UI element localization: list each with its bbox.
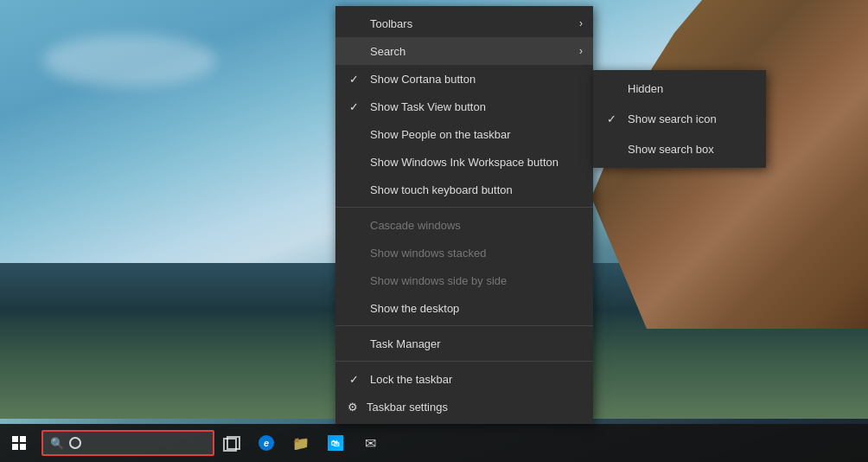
mail-icon: ✉ — [365, 435, 376, 452]
ink-label: Show Windows Ink Workspace button — [370, 156, 558, 169]
task-manager-label: Task Manager — [370, 337, 441, 350]
people-label: Show People on the taskbar — [370, 128, 511, 141]
show-search-box-label: Show search box — [628, 143, 714, 156]
divider-2 — [335, 325, 593, 326]
show-desktop-label: Show the desktop — [370, 302, 459, 315]
taskbar: 🔍 e 📁 🛍 ✉ — [0, 424, 868, 462]
menu-item-ink[interactable]: Show Windows Ink Workspace button — [335, 148, 593, 176]
mail-button[interactable]: ✉ — [353, 424, 387, 462]
menu-item-cascade: Cascade windows — [335, 211, 593, 239]
sky-cloud — [43, 35, 216, 87]
menu-item-task-manager[interactable]: Task Manager — [335, 330, 593, 357]
submenu-item-hidden[interactable]: Hidden — [593, 74, 766, 104]
side-by-side-label: Show windows side by side — [370, 274, 507, 287]
divider-3 — [335, 361, 593, 362]
search-magnifier-icon: 🔍 — [50, 437, 64, 450]
task-view-icon — [223, 436, 240, 450]
menu-item-stacked: Show windows stacked — [335, 239, 593, 266]
submenu-item-show-search-icon[interactable]: ✓ Show search icon — [593, 104, 766, 134]
menu-item-touch-keyboard[interactable]: Show touch keyboard button — [335, 176, 593, 203]
edge-app-button[interactable]: e — [249, 424, 284, 462]
start-button[interactable] — [0, 424, 38, 462]
stacked-label: Show windows stacked — [370, 247, 486, 260]
task-view-label: Show Task View button — [370, 100, 486, 113]
gear-icon: ⚙ — [348, 401, 358, 414]
store-button[interactable]: 🛍 — [318, 424, 353, 462]
cortana-label: Show Cortana button — [370, 73, 475, 86]
task-view-check: ✓ — [349, 100, 359, 113]
windows-logo-icon — [12, 436, 26, 450]
folder-icon: 📁 — [292, 435, 310, 452]
lock-taskbar-check: ✓ — [349, 373, 359, 386]
cascade-label: Cascade windows — [370, 219, 461, 232]
menu-item-people[interactable]: Show People on the taskbar — [335, 120, 593, 148]
store-icon: 🛍 — [328, 435, 343, 451]
cortana-check: ✓ — [349, 73, 359, 86]
edge-icon: e — [258, 435, 274, 451]
menu-item-taskbar-settings[interactable]: ⚙ Taskbar settings — [335, 393, 593, 420]
divider-1 — [335, 207, 593, 208]
toolbars-arrow-icon: › — [579, 17, 583, 29]
menu-item-toolbars[interactable]: Toolbars › — [335, 10, 593, 37]
search-arrow-icon: › — [579, 45, 583, 57]
lock-taskbar-label: Lock the taskbar — [370, 373, 452, 386]
menu-item-cortana[interactable]: ✓ Show Cortana button — [335, 65, 593, 93]
file-explorer-button[interactable]: 📁 — [284, 424, 318, 462]
search-icon-check: ✓ — [607, 112, 616, 125]
taskbar-apps: e 📁 🛍 ✉ — [249, 424, 387, 462]
menu-item-show-desktop[interactable]: Show the desktop — [335, 294, 593, 322]
menu-item-search[interactable]: Search › Hidden ✓ Show search icon Show … — [335, 37, 593, 65]
context-menu: Toolbars › Search › Hidden ✓ Show search… — [335, 6, 593, 424]
show-search-icon-label: Show search icon — [628, 112, 717, 125]
search-label: Search — [370, 45, 405, 58]
task-view-button[interactable] — [214, 424, 249, 462]
toolbars-label: Toolbars — [370, 17, 412, 30]
hidden-label: Hidden — [628, 82, 663, 95]
submenu-item-show-search-box[interactable]: Show search box — [593, 134, 766, 164]
taskbar-search-box[interactable]: 🔍 — [41, 430, 214, 456]
taskbar-settings-label: Taskbar settings — [367, 401, 448, 414]
touch-keyboard-label: Show touch keyboard button — [370, 183, 513, 196]
menu-item-task-view[interactable]: ✓ Show Task View button — [335, 93, 593, 120]
menu-item-lock-taskbar[interactable]: ✓ Lock the taskbar — [335, 365, 593, 393]
menu-item-side-by-side: Show windows side by side — [335, 266, 593, 294]
search-submenu: Hidden ✓ Show search icon Show search bo… — [593, 70, 766, 168]
search-circle-icon — [69, 437, 81, 449]
